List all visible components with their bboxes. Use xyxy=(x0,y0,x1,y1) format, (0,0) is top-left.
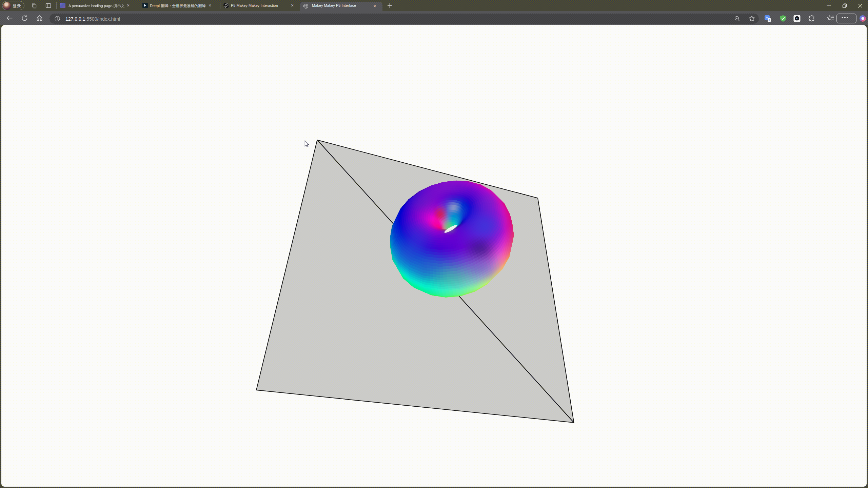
svg-text:A: A xyxy=(768,19,770,22)
